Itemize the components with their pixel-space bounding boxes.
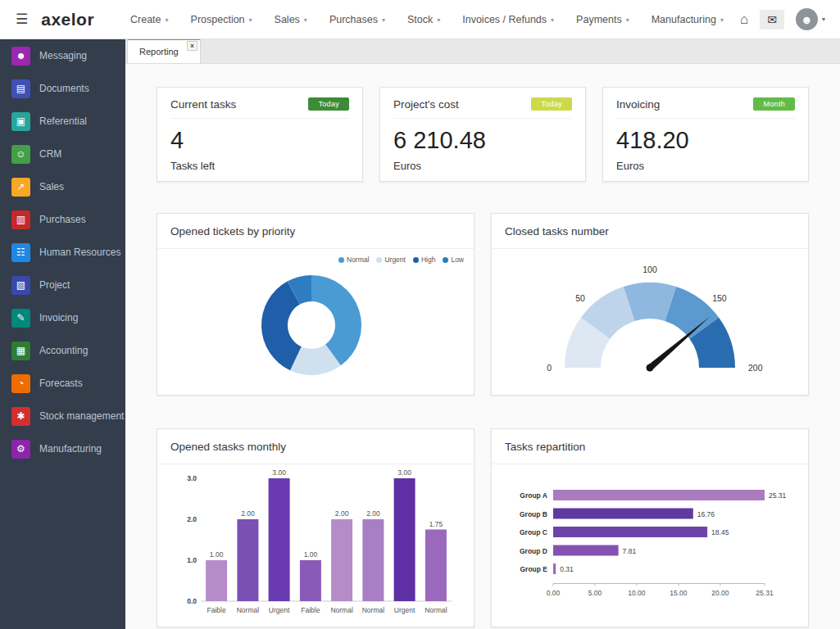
chevron-down-icon: ▾ [551, 16, 554, 24]
sidebar-item-messaging[interactable]: ☻Messaging [0, 39, 125, 72]
svg-text:0: 0 [547, 363, 552, 373]
menu-item-purchases[interactable]: Purchases▾ [329, 14, 385, 25]
menu-item-label: Purchases [329, 14, 378, 25]
svg-text:1.0: 1.0 [187, 556, 197, 564]
app-logo: axelor [41, 10, 94, 29]
svg-text:7.81: 7.81 [623, 547, 637, 555]
svg-text:2.0: 2.0 [187, 515, 197, 523]
sidebar: ☻Messaging▤Documents▣Referential☺CRM↗Sal… [0, 39, 125, 629]
chart-title: Opened tickets by priority [170, 225, 295, 238]
sidebar-item-label: Manufacturing [39, 443, 102, 455]
chevron-down-icon: ▾ [382, 16, 385, 24]
svg-text:1.00: 1.00 [304, 550, 318, 559]
chart-title: Tasks repartition [505, 441, 585, 453]
kpi-badge: Month [753, 97, 795, 111]
menu-item-invoices-refunds[interactable]: Invoices / Refunds▾ [462, 14, 554, 25]
kpi-value: 4 [170, 127, 349, 154]
sales-icon: ↗ [11, 178, 30, 197]
svg-text:20.00: 20.00 [711, 589, 729, 597]
donut-chart-canvas [180, 250, 451, 394]
tab-reporting[interactable]: Reporting x [127, 39, 201, 63]
brand-area: ☰ axelor [0, 7, 125, 31]
chart-card-opened-tickets: Opened tickets by priority NormalUrgentH… [157, 213, 474, 396]
kpi-value: 6 210.48 [393, 127, 572, 154]
close-icon[interactable]: x [187, 41, 197, 51]
sidebar-item-documents[interactable]: ▤Documents [0, 72, 125, 105]
bar-chart: 0.01.02.03.01.00Faible2.00Normal3.00Urge… [157, 464, 474, 627]
hamburger-icon: ☰ [16, 11, 28, 27]
svg-text:16.76: 16.76 [697, 510, 715, 518]
gauge-chart-canvas: 050100150200 [504, 251, 796, 392]
svg-text:Normal: Normal [237, 606, 260, 614]
dashboard: Current tasksToday4Tasks leftProject's c… [125, 64, 840, 627]
svg-text:15.00: 15.00 [670, 589, 688, 597]
sidebar-item-project[interactable]: ▧Project [0, 269, 125, 301]
menu-item-label: Manufacturing [652, 14, 716, 25]
svg-text:3.00: 3.00 [397, 468, 411, 477]
chart-card-header: Tasks repartition [492, 429, 808, 464]
menu-item-prospection[interactable]: Prospection▾ [191, 14, 252, 25]
sidebar-item-stock-management[interactable]: ✱Stock management [0, 400, 125, 432]
sidebar-item-crm[interactable]: ☺CRM [0, 138, 125, 170]
sidebar-item-label: Messaging [39, 50, 87, 61]
purchases-icon: ▥ [11, 210, 30, 229]
svg-text:200: 200 [748, 363, 763, 373]
svg-text:Faible: Faible [301, 606, 320, 614]
kpi-title: Project's cost [393, 98, 459, 111]
kpi-card-invoicing: InvoicingMonth418.20Euros [602, 87, 809, 182]
kpi-unit: Tasks left [170, 160, 349, 172]
bar-chart-canvas: 0.01.02.03.01.00Faible2.00Normal3.00Urge… [173, 465, 458, 626]
menu-item-label: Create [130, 14, 161, 25]
sidebar-item-label: Human Resources [39, 247, 120, 258]
sidebar-item-invoicing[interactable]: ✎Invoicing [0, 301, 125, 334]
svg-text:Group B: Group B [520, 510, 547, 518]
tab-bar: Reporting x [125, 39, 840, 64]
sidebar-item-human-resources[interactable]: ☷Human Resources [0, 236, 125, 269]
sidebar-item-accounting[interactable]: ▦Accounting [0, 334, 125, 367]
svg-text:0.00: 0.00 [547, 589, 561, 597]
accounting-icon: ▦ [11, 342, 30, 360]
svg-text:Group C: Group C [520, 528, 547, 536]
sidebar-item-sales[interactable]: ↗Sales [0, 170, 125, 203]
menu-item-stock[interactable]: Stock▾ [407, 14, 440, 25]
kpi-badge: Today [531, 97, 572, 111]
menu-item-manufacturing[interactable]: Manufacturing▾ [652, 14, 724, 25]
chart-title: Closed tasks number [505, 225, 609, 238]
svg-text:0.0: 0.0 [187, 597, 197, 605]
svg-text:2.00: 2.00 [241, 509, 255, 518]
menu-item-payments[interactable]: Payments▾ [576, 14, 629, 25]
user-menu[interactable]: ☻ ▾ [796, 8, 825, 30]
svg-text:100: 100 [642, 265, 657, 274]
svg-text:Urgent: Urgent [394, 606, 415, 614]
tab-label: Reporting [139, 47, 179, 57]
sidebar-item-referential[interactable]: ▣Referential [0, 105, 125, 138]
referential-icon: ▣ [11, 112, 30, 131]
sidebar-item-forecasts[interactable]: ◔Forecasts [0, 367, 125, 400]
home-button[interactable]: ⌂ [740, 11, 748, 28]
svg-text:1.00: 1.00 [210, 550, 224, 559]
manufacturing-icon: ⚙ [11, 440, 30, 459]
svg-text:Group A: Group A [520, 491, 547, 500]
sidebar-item-manufacturing[interactable]: ⚙Manufacturing [0, 432, 125, 465]
legend-label: Low [451, 256, 464, 264]
legend-dot [413, 257, 419, 263]
menu-item-sales[interactable]: Sales▾ [275, 14, 307, 25]
svg-text:10.00: 10.00 [628, 589, 646, 597]
chart-card-opened-tasks-monthly: Opened stasks monthly 0.01.02.03.01.00Fa… [157, 428, 474, 627]
kpi-title: Invoicing [616, 98, 660, 111]
messages-button[interactable]: ✉ [760, 10, 784, 29]
chart-card-tasks-repartition: Tasks repartition Group A25.31Group B16.… [491, 428, 809, 627]
sidebar-item-purchases[interactable]: ▥Purchases [0, 203, 125, 236]
gauge-chart: 050100150200 [492, 249, 808, 395]
svg-text:Group D: Group D [520, 547, 547, 555]
chart-card-header: Opened stasks monthly [157, 429, 474, 464]
menu-item-create[interactable]: Create▾ [130, 14, 169, 25]
kpi-unit: Euros [616, 160, 795, 172]
chart-card-header: Opened tickets by priority [157, 214, 474, 249]
menu-toggle-button[interactable]: ☰ [11, 7, 33, 31]
navbar-menu: Create▾Prospection▾Sales▾Purchases▾Stock… [125, 14, 740, 25]
avatar: ☻ [796, 8, 818, 30]
chart-card-header: Closed tasks number [492, 214, 808, 249]
sidebar-item-label: Invoicing [39, 312, 78, 324]
legend-label: High [421, 256, 435, 264]
